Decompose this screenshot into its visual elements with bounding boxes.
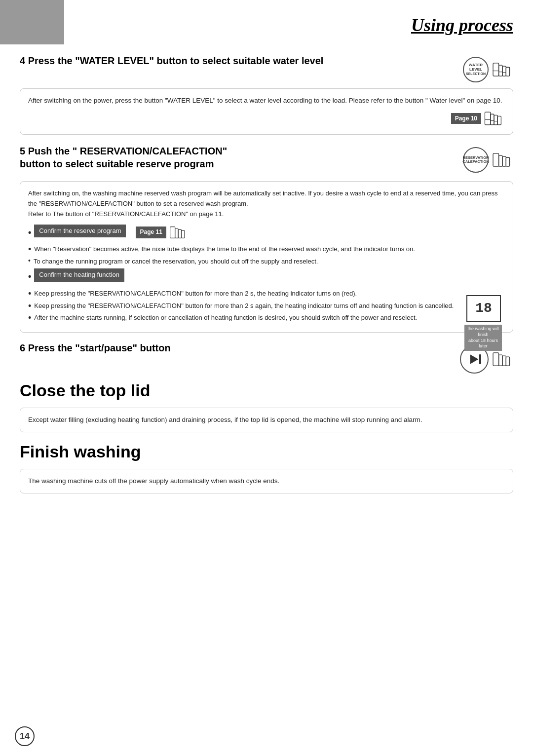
section4-title: 4 Press the "WATER LEVEL" button to sele… [20, 54, 463, 67]
svg-rect-19 [175, 228, 178, 238]
section4-info-box: After switching on the power, press the … [20, 88, 513, 135]
bullet-item-7: • After the machine starts running, if s… [28, 313, 505, 323]
hand-icon [493, 60, 513, 79]
svg-rect-14 [493, 153, 499, 166]
bullet-item-3: • To change the running program or cance… [28, 257, 451, 266]
svg-rect-0 [493, 63, 499, 76]
bullet-text-3: To change the running program or cancel … [34, 257, 318, 266]
svg-rect-24 [493, 353, 499, 366]
bullet-dot-4: • [28, 269, 31, 284]
page-container: Using process 4 Press the "WATER LEVEL" … [0, 0, 533, 756]
section5-page-ref-label: Page 11 [136, 227, 166, 238]
finish-washing-info-text: The washing machine cuts off the power s… [28, 477, 279, 485]
section5-page-ref-hand-icon [169, 225, 188, 240]
bullet-dot-1: • [28, 226, 31, 240]
finish-washing-info-box: The washing machine cuts off the power s… [20, 469, 513, 493]
washing-finish-line2: about 18 hours later [468, 338, 498, 349]
close-lid-info-box: Except water filling (excluding heating … [20, 408, 513, 432]
svg-rect-26 [502, 356, 506, 366]
section4-info-text: After switching on the power, press the … [28, 97, 502, 104]
svg-rect-23 [479, 354, 481, 364]
section4-header: 4 Press the "WATER LEVEL" button to sele… [20, 54, 513, 82]
water-level-button-icon: WATER LEVEL SELECTION [463, 57, 489, 82]
section4-page-ref-label: Page 10 [451, 113, 481, 124]
page-number: 14 [15, 726, 35, 746]
section5-header: 5 Push the " RESERVATION/CALEFACTION" bu… [20, 145, 513, 175]
svg-rect-3 [506, 67, 509, 76]
close-lid-info-text: Except water filling (excluding heating … [28, 416, 422, 423]
reservation-button-icon: RESERVATION CALEFACTION [463, 147, 489, 173]
section6-title: 6 Press the "start/pause" button [20, 342, 460, 354]
top-gray-box [0, 0, 64, 44]
svg-rect-18 [170, 227, 175, 238]
svg-rect-8 [491, 114, 494, 125]
close-lid-title: Close the top lid [20, 381, 513, 400]
section6-header: 6 Press the "start/pause" button [20, 342, 513, 374]
svg-rect-15 [499, 155, 502, 166]
svg-rect-17 [506, 158, 509, 167]
bullet-text-7: After the machine starts running, if sel… [34, 313, 417, 323]
svg-rect-27 [506, 357, 509, 366]
bullet-text-2: When "Reservation" becomes active, the n… [34, 244, 415, 254]
section5-title: 5 Push the " RESERVATION/CALEFACTION" bu… [20, 145, 463, 170]
washing-finish-line1: the washing will finish [467, 326, 498, 337]
page-title: Using process [411, 15, 513, 36]
section5-info-box: After switching on, the washing machine … [20, 181, 513, 332]
svg-rect-7 [485, 112, 490, 125]
bullet-item-6: • Keep pressing the "RESERVATION/CALEFAC… [28, 301, 505, 311]
svg-rect-25 [499, 355, 502, 366]
section5-info-text: After switching on, the washing machine … [28, 189, 505, 219]
svg-rect-10 [497, 116, 501, 125]
bullet-text-6: Keep pressing the "RESERVATION/CALEFACTI… [34, 301, 454, 311]
section4-page-ref: Page 10 [451, 110, 505, 127]
confirm-heating-highlight: Confirm the heating function [34, 268, 124, 282]
confirm-reserve-highlight: Confirm the reserve program [34, 225, 126, 238]
bullet-item-2: • When "Reservation" becomes active, the… [28, 244, 451, 254]
svg-rect-16 [502, 156, 506, 166]
svg-marker-22 [470, 354, 479, 364]
section4-hand-ref-icon [484, 110, 505, 127]
svg-rect-2 [502, 66, 506, 76]
svg-rect-9 [494, 115, 497, 125]
play-icon [467, 352, 481, 366]
washing-finish-label: the washing will finish about 18 hours l… [464, 325, 502, 351]
svg-rect-20 [178, 229, 181, 238]
section4-icons: WATER LEVEL SELECTION [463, 54, 513, 82]
bullet-text-5: Keep pressing the "RESERVATION/CALEFACTI… [34, 289, 357, 299]
display-18: 18 [466, 295, 501, 322]
section5-icons: RESERVATION CALEFACTION [463, 145, 513, 173]
section5-hand-icon [493, 151, 513, 169]
finish-washing-title: Finish washing [20, 442, 513, 461]
section6-hand-icon [493, 350, 513, 369]
svg-rect-21 [181, 230, 184, 238]
svg-rect-1 [499, 65, 502, 76]
bullet-item-5: • Keep pressing the "RESERVATION/CALEFAC… [28, 289, 505, 299]
